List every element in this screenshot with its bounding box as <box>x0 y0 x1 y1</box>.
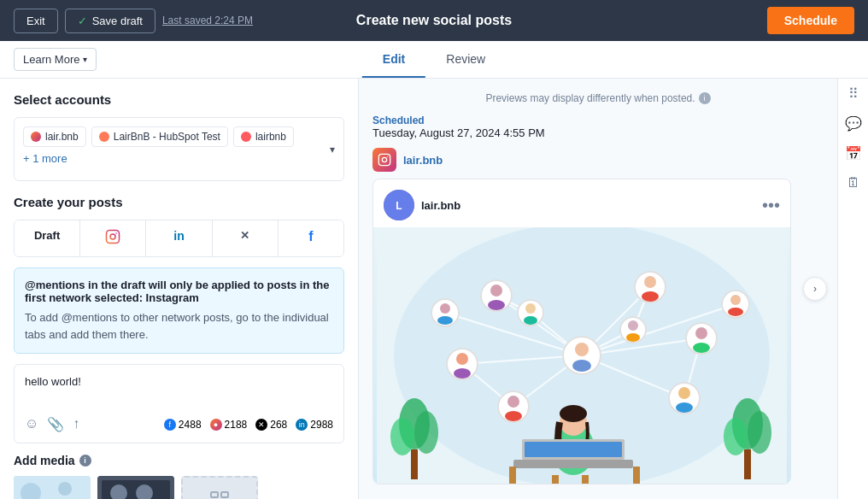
svg-point-52 <box>693 343 710 353</box>
page-title: Create new social posts <box>356 13 512 28</box>
calendar-icon[interactable]: 📅 <box>845 145 862 161</box>
post-tab-twitter[interactable]: ✕ <box>213 220 279 256</box>
instagram-badge: ● <box>210 419 222 431</box>
accounts-dropdown-icon[interactable]: ▾ <box>330 144 335 156</box>
avatar: L <box>384 190 414 220</box>
learn-more-label: Learn More <box>23 53 79 66</box>
media-thumb-3[interactable] <box>181 476 258 499</box>
chat-icon[interactable]: 💬 <box>845 115 862 132</box>
post-tab-facebook[interactable]: f <box>279 220 343 256</box>
info-icon[interactable]: i <box>79 455 91 467</box>
svg-point-66 <box>628 320 638 331</box>
left-panel: Select accounts lair.bnb LairBnB - HubSp… <box>0 79 359 499</box>
svg-point-69 <box>730 295 741 305</box>
save-draft-label: Save draft <box>92 15 143 27</box>
svg-rect-83 <box>633 467 640 484</box>
svg-point-54 <box>678 387 690 399</box>
app-header: Exit ✓ Save draft Last saved 2:24 PM Cre… <box>0 0 868 41</box>
post-image <box>373 227 790 484</box>
svg-point-63 <box>525 303 536 314</box>
media-section: Add media i <box>14 454 344 499</box>
svg-point-76 <box>560 405 587 422</box>
svg-point-45 <box>490 285 502 296</box>
account-chip-instagram[interactable]: lair.bnb <box>23 126 86 147</box>
svg-rect-18 <box>378 154 390 165</box>
svg-point-61 <box>454 368 471 379</box>
sub-header: Learn More ▾ Edit Review <box>0 41 868 79</box>
attachment-icon[interactable]: 📎 <box>47 416 64 432</box>
post-tab-instagram[interactable] <box>80 220 146 256</box>
more-accounts-link[interactable]: + 1 more <box>23 152 67 165</box>
svg-rect-77 <box>513 460 633 468</box>
account-label-instagram: lair.bnb <box>45 131 79 143</box>
card-more-button[interactable]: ••• <box>762 197 780 214</box>
instagram-char-count: ● 2188 <box>210 419 248 431</box>
post-text-content[interactable]: hello world! <box>25 375 333 409</box>
exit-button[interactable]: Exit <box>14 9 58 33</box>
save-draft-button[interactable]: ✓ Save draft <box>65 9 155 33</box>
right-sidebar: ⠿ 💬 📅 🗓 <box>837 79 868 499</box>
posts-section: Create your posts Draft <box>14 195 344 499</box>
linkedin-tab-icon: in <box>173 229 184 243</box>
grid-icon[interactable]: ⠿ <box>848 85 859 102</box>
account-label-hubspot: LairBnB - HubSpot Test <box>114 131 220 143</box>
next-preview-button[interactable]: › <box>803 277 827 301</box>
create-posts-title: Create your posts <box>14 195 344 209</box>
emoji-icon[interactable]: ☺ <box>25 416 38 432</box>
svg-point-64 <box>524 316 537 325</box>
post-tab-linkedin[interactable]: in <box>146 220 212 256</box>
twitter-tab-icon: ✕ <box>240 229 249 242</box>
avatar-image: L <box>384 190 414 220</box>
accounts-row: lair.bnb LairBnB - HubSpot Test lairbnb … <box>23 126 330 165</box>
calendar-alt-icon[interactable]: 🗓 <box>847 175 860 191</box>
post-tab-draft[interactable]: Draft <box>15 220 80 256</box>
media-thumbnails: 👥 <box>14 476 344 499</box>
header-left: Exit ✓ Save draft Last saved 2:24 PM <box>14 9 253 33</box>
preview-notice: Previews may display differently when po… <box>372 92 824 104</box>
svg-point-55 <box>676 402 693 413</box>
svg-point-90 <box>724 418 748 455</box>
svg-rect-79 <box>525 442 622 457</box>
svg-point-73 <box>437 316 453 325</box>
accounts-box: lair.bnb LairBnB - HubSpot Test lairbnb … <box>14 117 344 181</box>
media-thumb-2[interactable]: 👥 <box>97 476 174 499</box>
svg-point-20 <box>387 156 388 157</box>
svg-rect-88 <box>744 449 751 479</box>
instagram-tab-icon <box>105 232 120 247</box>
facebook-badge: f <box>164 419 176 431</box>
toolbar-icons: ☺ 📎 ↑ <box>25 416 79 432</box>
account-label-airbnb: lairbnb <box>255 131 286 143</box>
svg-point-46 <box>488 300 505 310</box>
card-username: lair.bnb <box>421 199 460 212</box>
svg-point-60 <box>456 353 468 365</box>
twitter-count: 268 <box>270 419 287 431</box>
instagram-dot <box>31 132 41 142</box>
account-chip-hubspot[interactable]: LairBnB - HubSpot Test <box>91 126 228 147</box>
post-preview-card: L lair.bnb ••• <box>372 179 791 484</box>
svg-point-2 <box>116 232 118 234</box>
notice-bold-text: @mentions in the draft will only be appl… <box>25 279 333 304</box>
ig-account-name: lair.bnb <box>403 154 443 167</box>
schedule-button[interactable]: Schedule <box>767 7 854 34</box>
media-title: Add media i <box>14 454 344 467</box>
svg-point-91 <box>748 411 771 454</box>
svg-point-19 <box>382 157 386 161</box>
learn-more-button[interactable]: Learn More ▾ <box>14 48 97 71</box>
post-compose-box[interactable]: hello world! ☺ 📎 ↑ f 2488 ● <box>14 364 344 443</box>
post-network-tabs: Draft <box>14 220 344 257</box>
mention-icon[interactable]: ↑ <box>73 416 79 432</box>
account-chip-airbnb[interactable]: lairbnb <box>233 126 294 147</box>
svg-point-67 <box>626 333 640 342</box>
svg-point-86 <box>390 418 414 455</box>
svg-rect-14 <box>211 492 218 497</box>
tab-review[interactable]: Review <box>425 42 506 78</box>
svg-rect-80 <box>552 475 559 484</box>
check-icon: ✓ <box>78 15 87 27</box>
mentions-notice: @mentions in the draft will only be appl… <box>14 267 344 354</box>
post-toolbar: ☺ 📎 ↑ f 2488 ● 2188 <box>25 416 333 432</box>
instagram-count: 2188 <box>225 419 248 431</box>
svg-point-1 <box>110 234 115 239</box>
tab-edit[interactable]: Edit <box>362 42 425 78</box>
svg-point-72 <box>440 303 450 314</box>
media-thumb-1[interactable] <box>14 476 91 499</box>
